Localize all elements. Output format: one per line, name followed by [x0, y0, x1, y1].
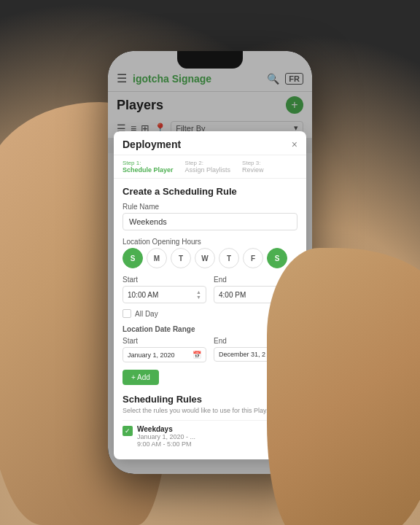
day-thursday[interactable]: T — [219, 248, 239, 268]
wizard-steps: Step 1: Schedule Player Step 2: Assign P… — [114, 155, 306, 179]
modal-title: Deployment — [122, 139, 181, 150]
day-saturday[interactable]: S — [267, 248, 287, 268]
step-2-num: Step 2: — [185, 160, 203, 166]
up-arrow-icon: ▲ — [196, 289, 201, 295]
date-start-label: Start — [122, 337, 206, 345]
all-day-label: All Day — [135, 310, 158, 318]
start-time-input[interactable]: 10:00 AM ▲ ▼ — [122, 286, 206, 303]
start-time-group: Start 10:00 AM ▲ ▼ — [122, 276, 206, 303]
date-end-value: December 31, 2 — [219, 351, 265, 358]
day-monday[interactable]: M — [147, 248, 167, 268]
step-3-num: Step 3: — [242, 160, 260, 166]
add-rule-button[interactable]: + Add — [122, 370, 159, 385]
step-1-label: Schedule Player — [122, 166, 174, 174]
all-day-checkbox[interactable] — [122, 309, 131, 318]
day-tuesday[interactable]: T — [171, 248, 191, 268]
day-friday[interactable]: F — [243, 248, 263, 268]
calendar-icon-start: 📅 — [192, 351, 201, 359]
day-wednesday[interactable]: W — [195, 248, 215, 268]
phone-notch — [177, 51, 243, 69]
hand-right — [267, 248, 420, 525]
modal-header: Deployment × — [114, 131, 306, 155]
step-1[interactable]: Step 1: Schedule Player — [122, 160, 174, 174]
form-section-title: Create a Scheduling Rule — [122, 186, 298, 197]
step-1-num: Step 1: — [122, 160, 141, 166]
down-arrow-icon: ▼ — [196, 295, 201, 300]
step-3-label: Review — [242, 166, 264, 174]
location-hours-label: Location Opening Hours — [122, 238, 298, 246]
phone-wrapper: ☰ igotcha Signage 🔍 FR Players + ☰ ≡ ⊞ 📍… — [0, 0, 420, 525]
step-2[interactable]: Step 2: Assign Playlists — [185, 160, 231, 174]
date-start-input[interactable]: January 1, 2020 📅 — [122, 347, 206, 362]
rule-name-input[interactable] — [122, 213, 298, 230]
start-time-label: Start — [122, 276, 206, 284]
rule-checked-icon[interactable]: ✓ — [122, 426, 133, 436]
day-sunday-start[interactable]: S — [122, 248, 143, 268]
step-3[interactable]: Step 3: Review — [242, 160, 264, 174]
start-time-arrows[interactable]: ▲ ▼ — [196, 289, 201, 300]
date-start-value: January 1, 2020 — [128, 351, 175, 359]
end-time-value: 4:00 PM — [219, 291, 246, 299]
start-time-value: 10:00 AM — [128, 291, 158, 299]
step-2-label: Assign Playlists — [185, 166, 231, 174]
rule-name-label: Rule Name — [122, 203, 298, 211]
day-selector: S M T W T F S — [122, 248, 298, 268]
close-button[interactable]: × — [292, 139, 298, 150]
date-start-group: Start January 1, 2020 📅 — [122, 337, 206, 362]
